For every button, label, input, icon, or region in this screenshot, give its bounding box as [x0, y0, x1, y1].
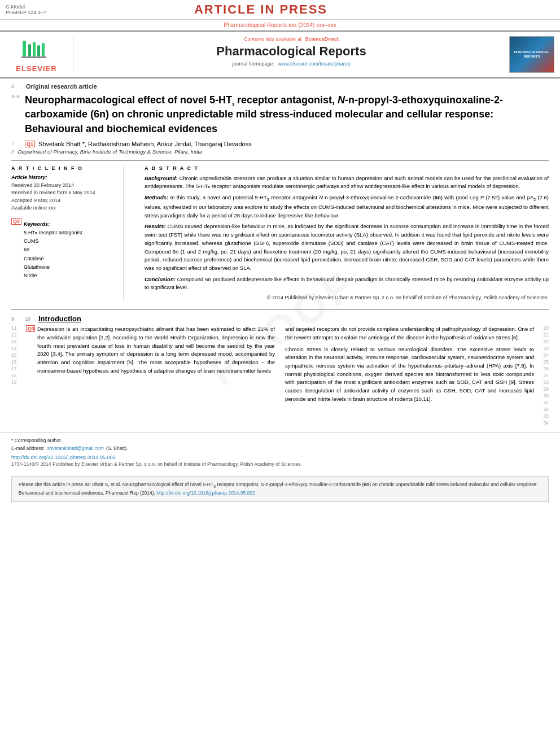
rln-27: 27 [536, 373, 549, 378]
results-text: CUMS caused depression-like behaviour in… [145, 223, 549, 271]
journal-thumbnail: PHARMACOLOGICALREPORTS [509, 36, 554, 73]
elsevier-tree-icon [17, 36, 56, 64]
contents-available-text: Contents lists available at [244, 36, 301, 42]
top-banner: G Model PHAREP 124 1–7 ARTICLE IN PRESS [0, 0, 560, 20]
background-text: Chronic unpredictable stressors can prod… [145, 175, 549, 190]
cite-box-text: Please cite this article in press as: Bh… [19, 482, 537, 496]
intro-right-col: and targeted receptors do not provide co… [285, 325, 549, 426]
section-divider [11, 309, 549, 310]
homepage-label: journal homepage: [232, 61, 274, 67]
email-label: E-mail address: [11, 445, 45, 451]
intro-left-text: Depression is an incapacitating neuropsy… [37, 325, 275, 378]
svg-rect-0 [23, 41, 26, 56]
journal-name-top-text: Pharmacological Reports xxx (2014) xxx–x… [224, 22, 336, 28]
rln-28: 28 [536, 379, 549, 385]
keywords-list: 5-HT₃ receptor antagonist CUMS 6n Catala… [24, 229, 82, 281]
sciencedirect-name: ScienceDirect [305, 36, 339, 42]
rln-31: 31 [536, 400, 549, 405]
right-para-1: and targeted receptors do not provide co… [285, 325, 534, 342]
journal-info-center: Contents lists available at ScienceDirec… [73, 36, 509, 73]
article-in-press-text: ARTICLE IN PRESS [46, 2, 475, 17]
methods-label: Methods: [145, 194, 168, 200]
abstract-results: Results: CUMS caused depression-like beh… [145, 222, 549, 272]
line-num-10: 10 [25, 316, 35, 322]
abstract-methods: Methods: In this study, a novel and pote… [145, 194, 549, 220]
q1-marker: Q1 [25, 141, 35, 147]
affiliation-text: Department of Pharmacy, Birla Institute … [18, 148, 202, 155]
article-type-row: 2 Original research article [11, 83, 549, 90]
conclusion-text: Compound 6n produced antidepressant-like… [145, 276, 549, 291]
rln-24: 24 [536, 352, 549, 358]
intro-left-para: 11 12 13 14 15 16 17 18 19 Q3 Depression… [11, 325, 275, 385]
article-title-text: Neuropharmacological effect of novel 5-H… [25, 93, 549, 136]
line-num-type: 2 [11, 84, 21, 89]
right-para-2: Chronic stress is closely related to var… [285, 346, 534, 404]
rln-20: 20 [536, 325, 549, 331]
line-num-authors: 7 [11, 141, 21, 146]
doi-link[interactable]: http://dx.doi.org/10.1016/j.pharep.2014.… [11, 455, 116, 460]
received-date: Received 20 February 2014 [11, 182, 124, 190]
rln-34: 34 [536, 420, 549, 426]
intro-body: 11 12 13 14 15 16 17 18 19 Q3 Depression… [11, 325, 549, 426]
rln-32: 32 [536, 407, 549, 412]
svg-rect-4 [42, 43, 45, 56]
rln-25: 25 [536, 359, 549, 365]
email-line: E-mail address: shvetankbhatt@gmail.com … [11, 445, 549, 451]
q3-marker: Q3 [26, 325, 35, 332]
rln-23: 23 [536, 346, 549, 351]
ln-11: 11 [11, 325, 24, 331]
journal-homepage-url[interactable]: www.elsevier.com/locate/pharep [278, 61, 351, 67]
elsevier-logo-text: ELSEVIER [16, 64, 56, 73]
model-info: G Model PHAREP 124 1–7 [6, 4, 46, 15]
abstract-heading: A B S T R A C T [145, 165, 549, 171]
keyword-1: 5-HT₃ receptor antagonist [24, 229, 82, 237]
line-num-9: 9 [11, 316, 21, 322]
keyword-4: Catalase [24, 255, 82, 263]
revised-date: Received in revised form 6 May 2014 [11, 189, 124, 197]
rln-21: 21 [536, 332, 549, 338]
article-in-press-banner: ARTICLE IN PRESS [46, 2, 475, 17]
corresponding-note: * Corresponding author. [11, 438, 549, 443]
cite-box: Please cite this article in press as: Bh… [11, 476, 549, 502]
methods-text: In this study, a novel and potential 5-H… [145, 194, 549, 218]
ln-12: 12 [11, 332, 24, 338]
cite-doi-link[interactable]: http://dx.doi.org/10.1016/j.pharep.2014.… [156, 490, 255, 496]
email-link[interactable]: shvetankbhatt@gmail.com [47, 445, 103, 451]
intro-right-text: and targeted receptors do not provide co… [285, 325, 534, 426]
page-wrapper: PROOF G Model PHAREP 124 1–7 ARTICLE IN … [0, 0, 560, 502]
corresponding-label: * Corresponding author. [11, 438, 62, 443]
svg-rect-5 [21, 56, 46, 58]
journal-title-main: Pharmacological Reports [85, 44, 498, 59]
q2-marker: Q2 [11, 218, 21, 225]
article-info-heading: A R T I C L E I N F O [11, 165, 124, 171]
rln-33: 33 [536, 413, 549, 419]
authors-row: 7 Q1 Shvetank Bhatt *, Radhakrishnan Mah… [11, 141, 549, 147]
svg-rect-3 [37, 45, 40, 56]
intro-para-1: Depression is an incapacitating neuropsy… [37, 325, 275, 375]
rln-29: 29 [536, 386, 549, 392]
ln-18: 18 [11, 373, 24, 378]
email-suffix: (S. Bhatt). [106, 445, 128, 451]
ln-13: 13 [11, 339, 24, 344]
sciencedirect-line: Contents lists available at ScienceDirec… [85, 36, 498, 42]
right-line-numbers: 20 21 22 23 24 25 26 27 28 29 30 31 32 3… [536, 325, 549, 426]
keywords-label: Keywords: [24, 221, 82, 227]
article-info-col: A R T I C L E I N F O Article history: R… [11, 165, 124, 300]
article-type-text: Original research article [26, 83, 97, 90]
keyword-5: Glutathione [24, 263, 82, 272]
left-line-numbers: 11 12 13 14 15 16 17 18 19 [11, 325, 24, 385]
intro-right-inner: and targeted receptors do not provide co… [285, 325, 549, 426]
abstract-conclusion: Conclusion: Compound 6n produced antidep… [145, 276, 549, 292]
ln-15: 15 [11, 352, 24, 358]
keyword-6: Nitrite [24, 272, 82, 280]
affiliation-row: 8 Department of Pharmacy, Birla Institut… [11, 148, 549, 155]
abstract-copyright: © 2014 Published by Elsevier Urban & Par… [145, 295, 549, 300]
keyword-2: CUMS [24, 237, 82, 246]
journal-name-top: Pharmacological Reports xxx (2014) xxx–x… [0, 20, 560, 30]
svg-rect-1 [28, 44, 31, 56]
results-label: Results: [145, 223, 165, 229]
abstract-text: Background: Chronic unpredictable stress… [145, 174, 549, 292]
ln-17: 17 [11, 366, 24, 372]
model-label: G Model [6, 4, 46, 10]
line-num-affil: 8 [11, 149, 14, 155]
